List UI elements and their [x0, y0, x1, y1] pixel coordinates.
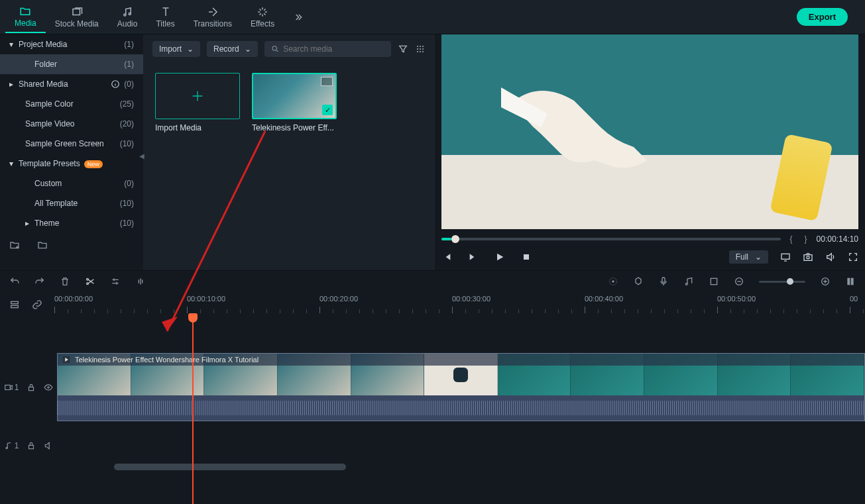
- sidebar-theme[interactable]: ▸ Theme (10): [0, 213, 143, 233]
- chevron-right-icon: ▸: [25, 219, 34, 228]
- info-icon: [111, 79, 120, 89]
- text-icon: [160, 6, 172, 18]
- lock-icon[interactable]: [27, 383, 36, 392]
- crop-icon[interactable]: [709, 276, 719, 287]
- zoom-slider[interactable]: [759, 281, 805, 283]
- next-frame-icon[interactable]: [468, 252, 479, 262]
- new-folder-icon[interactable]: [9, 240, 20, 250]
- scrub-handle[interactable]: [451, 235, 459, 243]
- top-tab-bar: Media Stock Media Audio Titles Transitio…: [0, 0, 865, 34]
- sidebar-folder[interactable]: Folder (1): [0, 54, 143, 74]
- audio-track[interactable]: 1: [57, 436, 865, 456]
- sidebar-custom[interactable]: Custom (0): [0, 174, 143, 193]
- snapshot-icon[interactable]: [803, 252, 813, 262]
- tab-effects-label: Effects: [251, 19, 274, 28]
- scrub-bar-row: { } 00:00:14:10: [435, 232, 865, 246]
- tab-stock-media[interactable]: Stock Media: [46, 2, 108, 32]
- mixer-icon[interactable]: [683, 276, 694, 287]
- speaker-icon[interactable]: [44, 441, 53, 450]
- sidebar-label: Custom: [34, 179, 124, 188]
- zoom-fit-icon[interactable]: [845, 276, 856, 287]
- svg-rect-22: [662, 277, 665, 282]
- track-manager-icon[interactable]: [9, 299, 20, 310]
- timeline-panel: 00:00:00:0000:00:10:0000:00:20:0000:00:3…: [0, 270, 865, 470]
- zoom-out-icon[interactable]: [734, 276, 744, 287]
- sidebar-sample-green[interactable]: Sample Green Screen (10): [0, 134, 143, 154]
- svg-point-5: [417, 46, 418, 47]
- adjust-icon[interactable]: [110, 276, 121, 287]
- search-field[interactable]: [283, 44, 384, 54]
- sidebar-count: (0): [124, 79, 134, 89]
- timeline-ruler[interactable]: 00:00:00:0000:00:10:0000:00:20:0000:00:3…: [54, 295, 856, 315]
- import-dropdown[interactable]: Import ⌄: [152, 41, 200, 57]
- check-icon: ✓: [322, 105, 333, 115]
- zoom-thumb[interactable]: [787, 278, 793, 285]
- sidebar-label: Sample Color: [25, 99, 120, 109]
- search-media-input[interactable]: [264, 41, 391, 57]
- delete-icon[interactable]: [60, 276, 70, 287]
- stop-icon[interactable]: [521, 252, 532, 262]
- folder-icon[interactable]: [37, 240, 48, 250]
- mark-in-icon[interactable]: {: [787, 234, 795, 244]
- ruler-tick: 00:00:20:00: [319, 295, 358, 303]
- chevron-double-right-icon: [293, 12, 304, 23]
- chevron-down-icon: ⌄: [755, 252, 762, 262]
- tab-effects[interactable]: Effects: [241, 2, 284, 32]
- grid-view-icon[interactable]: [415, 44, 426, 54]
- sidebar-shared-media[interactable]: ▸ Shared Media (0): [0, 74, 143, 94]
- record-dropdown[interactable]: Record ⌄: [207, 41, 258, 57]
- lock-icon[interactable]: [27, 441, 36, 450]
- chevron-down-icon: ▾: [9, 159, 19, 168]
- record-label: Record: [213, 44, 239, 54]
- tab-media[interactable]: Media: [5, 1, 46, 33]
- sidebar-template-presets[interactable]: ▾ Template PresetsNew: [0, 154, 143, 174]
- sidebar-label: Template PresetsNew: [19, 159, 134, 168]
- split-icon[interactable]: [85, 276, 95, 287]
- search-icon: [271, 44, 279, 54]
- ruler-tick: 00:00:40:00: [585, 295, 623, 303]
- export-button[interactable]: Export: [797, 8, 848, 26]
- audio-wave-icon[interactable]: [135, 276, 146, 287]
- monitor-icon[interactable]: [780, 252, 791, 262]
- music-note-icon: [121, 6, 133, 18]
- sidebar-count: (25): [120, 99, 134, 109]
- link-icon[interactable]: [32, 299, 42, 310]
- redo-icon[interactable]: [34, 276, 45, 287]
- render-icon[interactable]: [608, 276, 618, 287]
- sidebar-project-media[interactable]: ▾ Project Media (1): [0, 34, 143, 54]
- sidebar-sample-color[interactable]: Sample Color (25): [0, 94, 143, 114]
- voiceover-icon[interactable]: [658, 276, 669, 287]
- video-track[interactable]: 1 Telekinesis Power Effect Wondershare F…: [57, 353, 865, 421]
- import-media-tile[interactable]: Import Media: [155, 73, 240, 132]
- more-tabs-button[interactable]: [284, 12, 313, 23]
- mark-out-icon[interactable]: }: [802, 234, 810, 244]
- preview-viewport[interactable]: [441, 34, 858, 229]
- playhead-handle[interactable]: [188, 313, 198, 323]
- timeline-clip[interactable]: Telekinesis Power Effect Wondershare Fil…: [57, 353, 865, 421]
- svg-rect-16: [804, 255, 812, 261]
- media-clip-tile[interactable]: ✓ Telekinesis Power Eff...: [252, 73, 337, 132]
- sidebar-sample-video[interactable]: Sample Video (20): [0, 114, 143, 134]
- ruler-tick: 00:00:30:00: [452, 295, 490, 303]
- scrub-bar[interactable]: [441, 238, 781, 240]
- eye-icon[interactable]: [44, 383, 53, 392]
- sidebar-count: (1): [124, 40, 134, 49]
- tab-titles[interactable]: Titles: [146, 2, 184, 32]
- playhead[interactable]: [192, 315, 194, 504]
- filter-icon[interactable]: [398, 44, 408, 54]
- marker-icon[interactable]: [633, 276, 644, 287]
- svg-point-13: [422, 51, 424, 52]
- fullscreen-icon[interactable]: [848, 252, 858, 262]
- quality-dropdown[interactable]: Full ⌄: [729, 250, 768, 264]
- play-icon[interactable]: [494, 252, 505, 262]
- zoom-in-icon[interactable]: [820, 276, 831, 287]
- track-type-video: 1: [4, 383, 19, 392]
- volume-icon[interactable]: [825, 252, 836, 262]
- undo-icon[interactable]: [9, 276, 20, 287]
- prev-frame-icon[interactable]: [441, 252, 452, 262]
- timeline-scrollbar[interactable]: [114, 464, 346, 470]
- tab-audio[interactable]: Audio: [108, 2, 147, 32]
- tab-transitions[interactable]: Transitions: [184, 2, 241, 32]
- collapse-handle-icon[interactable]: ◀: [139, 152, 144, 160]
- sidebar-all-template[interactable]: All Template (10): [0, 193, 143, 213]
